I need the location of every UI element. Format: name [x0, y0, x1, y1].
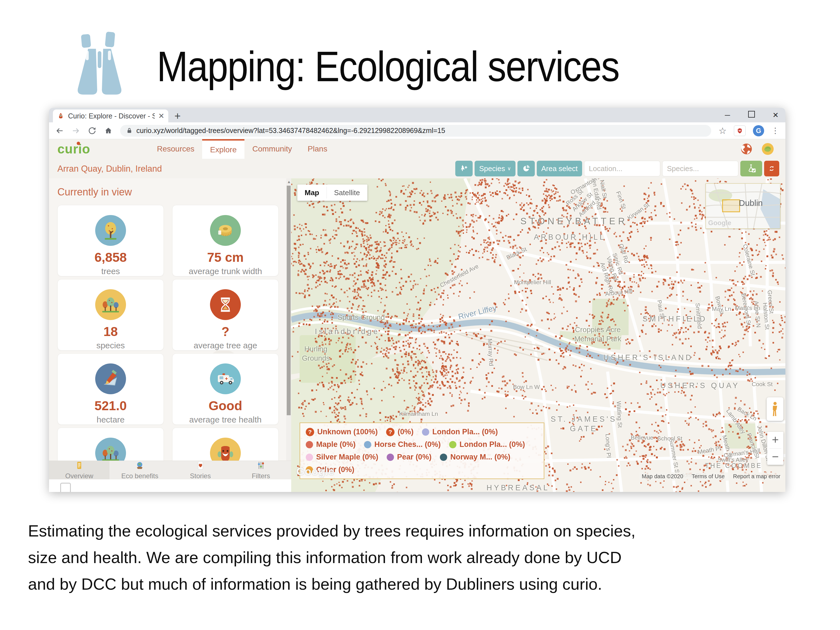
pegman-control[interactable]	[767, 397, 783, 421]
analysis-flask-button[interactable]	[741, 161, 762, 177]
tab-close-icon[interactable]: ✕	[158, 112, 164, 120]
url-bar[interactable]: curio.xyz/world/tagged-trees/overview?la…	[120, 125, 711, 137]
panel-scrollbar[interactable]: ▲	[286, 178, 291, 461]
overview-minimap[interactable]: Dublin Google	[706, 183, 780, 229]
legend-item[interactable]: London Pla... (0%)	[449, 440, 525, 449]
google-watermark: Google	[296, 466, 335, 478]
panel-bottom-strip	[49, 479, 291, 492]
globe-icon[interactable]	[740, 142, 753, 155]
browser-menu-icon[interactable]: ⋮	[771, 126, 779, 135]
browser-profile-avatar[interactable]: G	[753, 125, 764, 136]
nav-item-community[interactable]: Community	[245, 139, 300, 159]
clipboard-icon	[60, 483, 71, 492]
chevron-down-icon: ∨	[507, 166, 511, 172]
species-legend: ?Unknown (100%)?(0%)London Pla... (0%)Ma…	[300, 423, 544, 479]
stat-card: 6,858trees	[57, 205, 164, 276]
browser-tab[interactable]: Curio: Explore - Discover - Share ✕	[53, 109, 168, 122]
minimap-viewport-rect	[722, 199, 740, 212]
species-dot-icon	[364, 441, 371, 448]
species-dropdown[interactable]: Species ∨	[475, 161, 515, 177]
map-label: Finn St	[614, 190, 627, 210]
nav-item-plans[interactable]: Plans	[300, 139, 335, 159]
stat-label: species	[96, 341, 125, 350]
home-icon[interactable]	[104, 126, 113, 135]
legend-item[interactable]: Silver Maple (0%)	[306, 453, 378, 461]
stat-card: 18species	[57, 279, 164, 351]
map-label: USHER'S QUAY	[660, 381, 740, 391]
slide-title: Mapping: Ecological services	[157, 42, 619, 91]
extension-shield-icon[interactable]	[734, 125, 746, 136]
stat-label: average tree health	[189, 415, 262, 425]
app-tab-label: Overview	[65, 472, 93, 480]
legend-item[interactable]: Pear (0%)	[387, 453, 431, 461]
scrollbar-thumb[interactable]	[287, 186, 291, 415]
legend-item[interactable]: London Pla... (0%)	[422, 428, 498, 436]
map-label: Montpelier Hill	[514, 279, 551, 286]
map-label: Kilmainham Ln	[399, 410, 438, 417]
map-type-toggle: Map Satellite	[297, 185, 367, 201]
attribution-link[interactable]: Terms of Use	[692, 473, 725, 480]
add-tree-button[interactable]	[455, 161, 473, 177]
refresh-button[interactable]	[764, 161, 779, 177]
new-tab-button[interactable]: +	[174, 110, 181, 122]
user-avatar[interactable]	[761, 142, 774, 155]
zoom-in-button[interactable]: +	[767, 432, 783, 448]
nav-item-explore[interactable]: Explore	[202, 139, 245, 159]
scrollbar-up-icon[interactable]: ▲	[287, 180, 291, 184]
app-tab-bar: OverviewEco benefitsStoriesFilters	[49, 461, 291, 480]
legend-item[interactable]: Norway M... (0%)	[440, 453, 510, 461]
stat-label: average tree age	[194, 341, 257, 350]
map-type-map[interactable]: Map	[297, 185, 327, 201]
stat-value: 18	[103, 324, 118, 339]
url-text: curio.xyz/world/tagged-trees/overview?la…	[136, 126, 445, 135]
tab-title: Curio: Explore - Discover - Share	[68, 112, 155, 120]
pie-chart-button[interactable]	[518, 161, 535, 177]
app-tab-overview[interactable]: Overview	[49, 461, 109, 480]
forward-icon[interactable]	[71, 126, 81, 135]
location-input[interactable]	[584, 161, 660, 177]
species-dot-icon	[440, 453, 447, 461]
legend-label: Unknown (100%)	[317, 428, 378, 436]
browser-window: Curio: Explore - Discover - Share ✕ + ─ …	[49, 108, 785, 492]
curio-logo[interactable]: curio	[57, 141, 90, 156]
stat-label: hectare	[96, 415, 125, 425]
slide: Mapping: Ecological services Curio: Expl…	[0, 0, 840, 630]
map-label: Kirwan St	[626, 201, 651, 221]
legend-item[interactable]: Horse Ches... (0%)	[364, 440, 441, 449]
bookmark-star-icon[interactable]: ☆	[718, 125, 726, 136]
map-label: Meath Pl	[697, 445, 721, 456]
nav-item-resources[interactable]: Resources	[149, 139, 202, 159]
map-label: Hurling Grounds	[302, 344, 330, 363]
area-select-button[interactable]: Area select	[537, 161, 582, 177]
favicon-curio-icon	[57, 112, 65, 120]
stat-value: 75 cm	[207, 250, 243, 265]
app-tab-stories[interactable]: Stories	[170, 461, 231, 480]
species-input[interactable]	[662, 161, 738, 177]
zoom-out-button[interactable]: −	[767, 448, 783, 465]
window-close-button[interactable]: ✕	[771, 111, 780, 120]
legend-item[interactable]: ?Unknown (100%)	[306, 428, 378, 436]
map-label: Cook St	[752, 381, 773, 388]
map-label: Islandbridge	[315, 327, 379, 336]
map-type-satellite[interactable]: Satellite	[327, 185, 367, 201]
site-nav: ResourcesExploreCommunityPlans	[149, 139, 335, 159]
map-label: USHER'S ISLAND	[603, 353, 693, 363]
legend-item[interactable]: ?(0%)	[386, 428, 414, 436]
stats-panel: Currently in view 6,858trees75 cmaverage…	[49, 178, 291, 492]
attribution-link[interactable]: Report a map error	[733, 473, 780, 480]
zoom-control: + −	[767, 432, 783, 465]
species-dot-icon	[422, 428, 429, 436]
reload-icon[interactable]	[88, 126, 96, 135]
binoculars-icon	[69, 30, 129, 98]
app-tab-label: Filters	[252, 472, 270, 480]
app-tab-filters[interactable]: Filters	[231, 461, 291, 480]
back-icon[interactable]	[55, 126, 64, 135]
window-minimize-button[interactable]: ─	[723, 111, 732, 120]
stat-card: 75 cmaverage trunk width	[172, 205, 279, 276]
map-canvas[interactable]: Sports GroundSTONEYBATTERARBOUR HILLBlac…	[291, 178, 785, 492]
species-dot-icon	[306, 453, 313, 461]
legend-label: Pear (0%)	[397, 453, 431, 461]
legend-item[interactable]: Maple (0%)	[306, 440, 355, 449]
app-tab-eco-benefits[interactable]: Eco benefits	[109, 461, 170, 480]
window-restore-button[interactable]	[747, 111, 756, 120]
